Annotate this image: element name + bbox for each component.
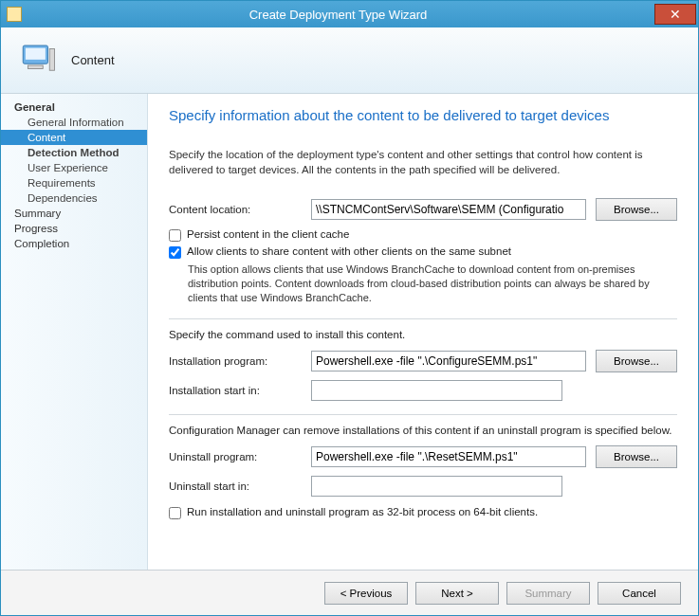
next-button[interactable]: Next >: [415, 582, 499, 605]
main-panel: Specify information about the content to…: [148, 94, 698, 570]
divider: [169, 414, 677, 415]
nav-progress[interactable]: Progress: [1, 221, 147, 236]
nav-content[interactable]: Content: [1, 130, 147, 145]
uninstall-start-in-label: Uninstall start in:: [169, 480, 311, 492]
page-description: Specify the location of the deployment t…: [169, 148, 677, 177]
svg-rect-2: [49, 49, 54, 71]
nav-completion[interactable]: Completion: [1, 236, 147, 251]
browse-content-button[interactable]: Browse...: [596, 198, 677, 221]
summary-button: Summary: [506, 582, 590, 605]
allow-share-label[interactable]: Allow clients to share content with othe…: [187, 245, 511, 257]
content-location-input[interactable]: [311, 199, 586, 220]
run-32bit-label[interactable]: Run installation and uninstall program a…: [187, 506, 538, 517]
uninstall-program-input[interactable]: [311, 446, 586, 467]
nav-general[interactable]: General: [1, 100, 147, 115]
nav-general-information[interactable]: General Information: [1, 115, 147, 130]
uninstall-start-in-input[interactable]: [311, 476, 562, 497]
persist-content-checkbox[interactable]: [169, 229, 181, 242]
nav-sidebar: General General Information Content Dete…: [1, 94, 148, 570]
content-location-label: Content location:: [169, 204, 311, 215]
nav-summary[interactable]: Summary: [1, 206, 147, 221]
nav-detection-method[interactable]: Detection Method: [1, 145, 147, 160]
cancel-button[interactable]: Cancel: [598, 582, 681, 605]
window-title: Create Deployment Type Wizard: [22, 8, 654, 22]
page-heading: Specify information about the content to…: [169, 107, 677, 123]
wizard-window: Create Deployment Type Wizard ✕ Content …: [0, 0, 699, 616]
app-icon: [7, 7, 22, 22]
body: General General Information Content Dete…: [1, 94, 698, 570]
run-32bit-checkbox[interactable]: [169, 507, 181, 519]
nav-requirements[interactable]: Requirements: [1, 175, 147, 190]
browse-install-button[interactable]: Browse...: [596, 350, 677, 372]
previous-button[interactable]: < Previous: [324, 582, 408, 605]
titlebar: Create Deployment Type Wizard ✕: [1, 1, 698, 27]
svg-rect-1: [26, 48, 46, 60]
browse-uninstall-button[interactable]: Browse...: [596, 445, 677, 468]
install-program-input[interactable]: [311, 351, 586, 371]
divider: [169, 318, 677, 319]
persist-content-label[interactable]: Persist content in the client cache: [187, 228, 349, 240]
svg-rect-3: [28, 65, 44, 69]
nav-dependencies[interactable]: Dependencies: [1, 190, 147, 206]
install-start-in-input[interactable]: [311, 380, 562, 401]
page-title: Content: [71, 53, 115, 67]
install-start-in-label: Installation start in:: [169, 385, 311, 396]
branchcache-note: This option allows clients that use Wind…: [188, 263, 677, 305]
footer: < Previous Next > Summary Cancel: [1, 570, 698, 615]
nav-user-experience[interactable]: User Experience: [1, 160, 147, 175]
uninstall-note: Configuration Manager can remove install…: [169, 425, 677, 436]
uninstall-program-label: Uninstall program:: [169, 451, 311, 462]
computer-icon: [18, 39, 58, 82]
install-section-label: Specify the command used to install this…: [169, 329, 677, 340]
close-button[interactable]: ✕: [654, 4, 696, 25]
allow-share-checkbox[interactable]: [169, 246, 181, 259]
install-program-label: Installation program:: [169, 355, 311, 367]
header-band: Content: [1, 27, 698, 94]
